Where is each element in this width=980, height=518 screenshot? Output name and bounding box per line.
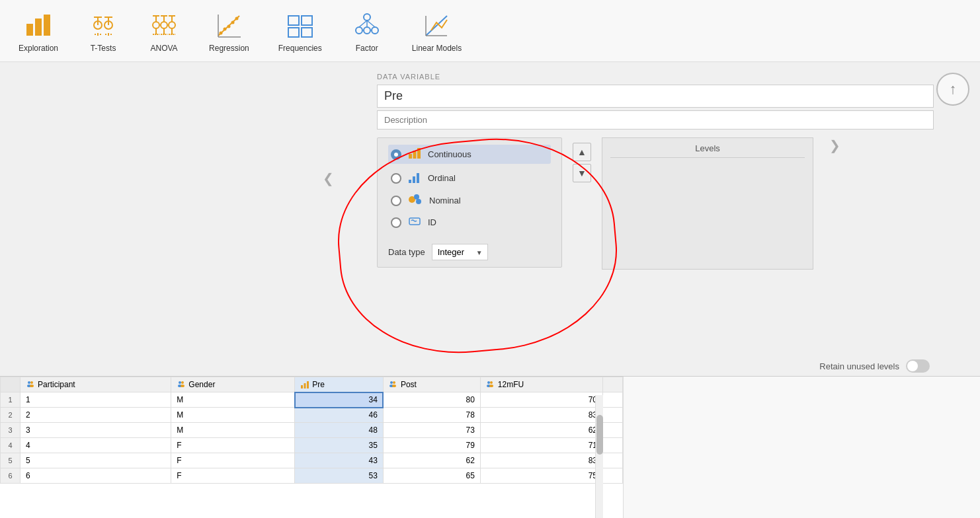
svg-rect-37 [302, 16, 312, 25]
t-test-icon [87, 9, 119, 41]
post-col-header: Post [383, 377, 480, 392]
left-nav-button[interactable]: ❮ [317, 170, 339, 186]
table-row[interactable]: 66F536575 [1, 468, 623, 484]
12mfu-cell[interactable]: 70 [480, 392, 602, 408]
table-row[interactable]: 11M348070 [1, 392, 623, 408]
linear-models-icon [421, 9, 452, 41]
ordinal-radio[interactable] [391, 173, 401, 184]
toolbar-item-factor[interactable]: Factor [343, 5, 391, 57]
12mfu-cell[interactable]: 71 [480, 438, 602, 453]
12mfu-cell[interactable]: 83 [480, 453, 602, 468]
svg-point-32 [231, 20, 235, 24]
svg-rect-1 [35, 18, 42, 36]
level-down-button[interactable]: ▼ [573, 164, 591, 182]
pre-col-header: Pre [295, 377, 384, 392]
id-option[interactable]: ID [388, 214, 551, 231]
svg-rect-0 [26, 24, 33, 36]
svg-point-65 [181, 381, 184, 384]
svg-point-74 [392, 385, 396, 387]
post-cell[interactable]: 62 [383, 453, 480, 468]
svg-point-64 [179, 381, 181, 384]
table-row[interactable]: 44F357971 [1, 438, 623, 453]
pre-cell[interactable]: 46 [295, 408, 384, 423]
ttests-label: T-Tests [91, 44, 116, 53]
retain-unused-row: Retain unused levels [377, 359, 930, 373]
gender-cell[interactable]: M [171, 408, 295, 423]
svg-point-78 [489, 385, 493, 387]
post-cell[interactable]: 80 [383, 392, 480, 408]
toolbar-item-ttests[interactable]: T-Tests [79, 5, 127, 57]
svg-point-71 [390, 381, 393, 384]
vertical-scrollbar[interactable] [595, 395, 603, 518]
levels-header: Levels [610, 143, 805, 158]
empty-cell [603, 438, 623, 453]
continuous-option[interactable]: Continuous [388, 145, 551, 164]
table-row[interactable]: 22M467883 [1, 408, 623, 423]
participant-cell[interactable]: 4 [20, 438, 171, 453]
empty-cell [603, 392, 623, 408]
ordinal-option[interactable]: Ordinal [388, 169, 551, 187]
pre-cell[interactable]: 35 [295, 438, 384, 453]
svg-point-33 [235, 17, 239, 20]
participant-col-header: Participant [20, 377, 171, 392]
nominal-radio[interactable] [391, 196, 401, 206]
post-cell[interactable]: 79 [383, 438, 480, 453]
svg-rect-52 [417, 148, 421, 159]
gender-cell[interactable]: F [171, 468, 295, 484]
right-nav-button[interactable]: ❯ [824, 137, 846, 153]
upload-button[interactable]: ↑ [936, 73, 969, 106]
12mfu-cell[interactable]: 75 [480, 468, 602, 484]
toolbar-item-exploration[interactable]: Exploration [11, 5, 66, 57]
pre-cell[interactable]: 43 [295, 453, 384, 468]
svg-rect-55 [417, 173, 419, 183]
variable-description-input[interactable] [377, 110, 934, 130]
post-cell[interactable]: 73 [383, 423, 480, 438]
gender-cell[interactable]: F [171, 438, 295, 453]
gender-cell[interactable]: M [171, 392, 295, 408]
retain-toggle[interactable] [906, 359, 930, 373]
svg-point-42 [364, 27, 370, 34]
factor-icon [351, 9, 383, 41]
participant-cell[interactable]: 1 [20, 392, 171, 408]
post-cell[interactable]: 78 [383, 408, 480, 423]
participant-cell[interactable]: 6 [20, 468, 171, 484]
pre-cell[interactable]: 34 [295, 392, 384, 408]
empty-cell [603, 453, 623, 468]
toolbar-item-frequencies[interactable]: Frequencies [270, 5, 330, 57]
participant-cell[interactable]: 2 [20, 408, 171, 423]
toolbar-item-linear-models[interactable]: Linear Models [404, 5, 470, 57]
row-index-cell: 4 [1, 438, 20, 453]
nominal-option[interactable]: Nominal [388, 192, 551, 209]
measurement-types-panel: Continuous Ordinal [377, 137, 562, 268]
participant-cell[interactable]: 3 [20, 423, 171, 438]
data-type-select[interactable]: Integer Decimal Text [432, 244, 488, 260]
id-radio[interactable] [391, 217, 401, 228]
toolbar-item-regression[interactable]: Regression [201, 5, 257, 57]
continuous-radio[interactable] [391, 149, 401, 160]
12mfu-cell[interactable]: 62 [480, 423, 602, 438]
toolbar-item-anova[interactable]: ANOVA [140, 5, 188, 57]
svg-rect-54 [413, 176, 415, 183]
scrollbar-thumb[interactable] [596, 415, 603, 455]
table-row[interactable]: 55F436283 [1, 453, 623, 468]
gender-cell[interactable]: M [171, 423, 295, 438]
pre-cell[interactable]: 48 [295, 423, 384, 438]
data-type-select-wrapper: Integer Decimal Text [432, 244, 488, 260]
gender-cell[interactable]: F [171, 453, 295, 468]
12mfu-cell[interactable]: 83 [480, 408, 602, 423]
frequencies-label: Frequencies [278, 44, 322, 53]
regression-icon [213, 9, 245, 41]
data-variable-section: DATA VARIABLE ❮ Con [377, 73, 934, 270]
svg-point-41 [356, 27, 362, 34]
pre-cell[interactable]: 53 [295, 468, 384, 484]
svg-point-29 [220, 31, 223, 34]
table-row[interactable]: 33M487362 [1, 423, 623, 438]
row-index-cell: 6 [1, 468, 20, 484]
variable-name-input[interactable] [377, 85, 934, 108]
post-cell[interactable]: 65 [383, 468, 480, 484]
svg-point-75 [487, 381, 490, 384]
level-up-button[interactable]: ▲ [573, 143, 591, 161]
svg-point-67 [181, 385, 184, 387]
participant-cell[interactable]: 5 [20, 453, 171, 468]
row-index-cell: 1 [1, 392, 20, 408]
